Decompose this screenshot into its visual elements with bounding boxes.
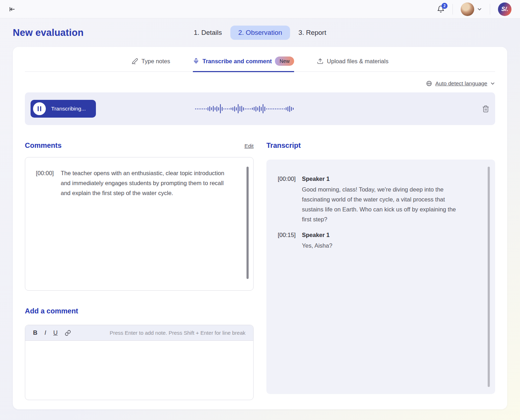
microphone-icon <box>193 58 199 64</box>
chevron-down-icon <box>490 81 495 86</box>
edit-comments-link[interactable]: Edit <box>244 143 254 149</box>
notifications-button[interactable]: 2 <box>437 5 445 13</box>
transcript-text: Yes, Aisha? <box>302 241 332 251</box>
new-badge: New <box>275 56 294 66</box>
recorder-bar: Transcribing... <box>25 92 495 125</box>
underline-button[interactable]: U <box>53 329 58 336</box>
link-button[interactable] <box>65 330 71 336</box>
transcript-text: Good morning, class! Today, we're diving… <box>302 184 465 224</box>
chevron-down-icon <box>477 7 482 12</box>
language-selector-label: Auto detect language <box>435 80 487 87</box>
step-report[interactable]: 3. Report <box>293 26 331 40</box>
comment-input[interactable] <box>25 341 253 400</box>
pause-transcription-button[interactable]: Transcribing... <box>31 100 96 118</box>
language-selector[interactable]: Auto detect language <box>25 72 495 92</box>
user-menu[interactable] <box>461 2 482 16</box>
transcript-entry: [00:15] Speaker 1 Yes, Aisha? <box>278 230 484 251</box>
main-card: Type notes Transcribe and comment New Up… <box>13 47 507 409</box>
comments-scrollbar[interactable] <box>247 167 249 279</box>
topbar: 2 S/. <box>0 0 520 18</box>
tab-label: Type notes <box>141 58 170 65</box>
upload-icon <box>317 58 324 65</box>
comment-timestamp: [00:00] <box>36 168 56 198</box>
topbar-divider <box>453 4 453 15</box>
transcript-speaker: Speaker 1 <box>302 230 332 240</box>
stepper: 1. Details 2. Observation 3. Report <box>189 26 331 40</box>
transcript-heading: Transcript <box>266 141 301 150</box>
comment-text: The teacher opens with an enthusiastic, … <box>61 168 228 198</box>
delete-recording-button[interactable] <box>482 105 489 113</box>
audio-waveform <box>195 103 294 114</box>
transcript-speaker: Speaker 1 <box>302 174 465 184</box>
brand-logo[interactable]: S/. <box>498 2 511 16</box>
tab-upload-files[interactable]: Upload files & materials <box>317 56 388 71</box>
page-header: New evaluation 1. Details 2. Observation… <box>0 18 520 47</box>
comment-entry: [00:00] The teacher opens with an enthus… <box>36 168 243 198</box>
transcribing-status-label: Transcribing... <box>51 106 86 112</box>
transcript-panel[interactable]: [00:00] Speaker 1 Good morning, class! T… <box>266 160 495 394</box>
topbar-divider <box>490 4 490 15</box>
tab-label: Transcribe and comment <box>202 58 272 65</box>
page-title: New evaluation <box>13 27 83 38</box>
comments-heading: Comments <box>25 141 61 150</box>
composer-toolbar: B I U Press Enter to add note. Press Shi… <box>25 325 253 341</box>
composer-placeholder: Press Enter to add note. Press Shift + E… <box>110 330 245 336</box>
transcript-timestamp: [00:00] <box>278 174 298 224</box>
transcript-timestamp: [00:15] <box>278 230 298 251</box>
step-observation[interactable]: 2. Observation <box>231 26 290 40</box>
transcript-scrollbar[interactable] <box>488 167 490 387</box>
avatar <box>461 2 474 16</box>
comment-composer: B I U Press Enter to add note. Press Shi… <box>25 325 254 400</box>
transcript-entry: [00:00] Speaker 1 Good morning, class! T… <box>278 174 484 224</box>
globe-icon <box>426 80 432 87</box>
tab-transcribe-and-comment[interactable]: Transcribe and comment New <box>193 56 294 72</box>
pen-icon <box>131 58 138 65</box>
tab-label: Upload files & materials <box>327 58 388 65</box>
comments-box[interactable]: [00:00] The teacher opens with an enthus… <box>25 157 254 291</box>
tab-type-notes[interactable]: Type notes <box>131 56 170 71</box>
trash-icon <box>482 105 489 113</box>
link-icon <box>65 330 71 336</box>
italic-button[interactable]: I <box>44 329 46 336</box>
notification-count-badge: 2 <box>442 3 448 9</box>
add-comment-heading: Add a comment <box>25 307 78 315</box>
transcript-column: Transcript [00:00] Speaker 1 Good mornin… <box>266 141 495 400</box>
collapse-sidebar-icon[interactable] <box>9 6 16 13</box>
bold-button[interactable]: B <box>33 329 37 336</box>
step-details[interactable]: 1. Details <box>189 26 227 40</box>
comments-column: Comments Edit [00:00] The teacher opens … <box>25 141 254 400</box>
tabs-row: Type notes Transcribe and comment New Up… <box>25 47 495 72</box>
pause-icon <box>33 102 46 115</box>
